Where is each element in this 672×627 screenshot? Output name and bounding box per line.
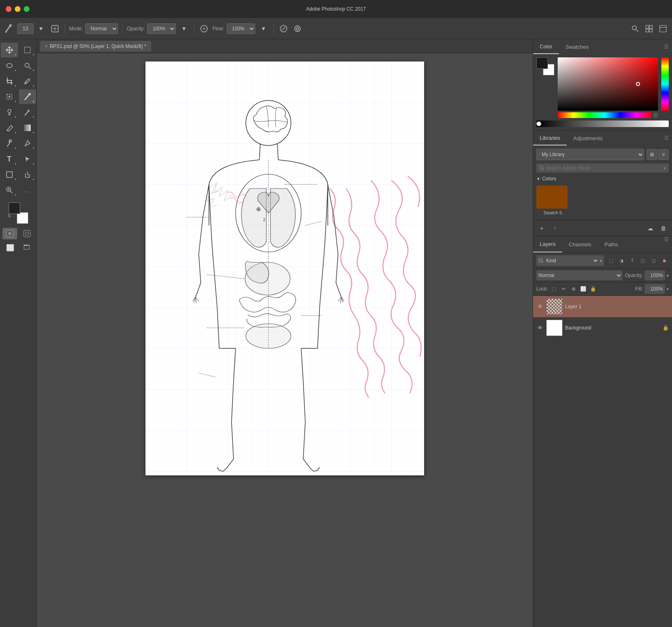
upload-library-button[interactable]: ↑ [549,223,560,234]
layers-menu-icon[interactable]: ☰ [661,236,672,252]
grayscale-handle[interactable] [536,121,541,126]
filter-smartobj-icon[interactable]: ◻ [649,256,658,265]
blend-mode-select[interactable]: Normal Multiply Screen Overlay [536,270,622,280]
opacity-arrow-icon[interactable]: ▾ [667,273,669,278]
minimize-button[interactable] [15,6,20,12]
lasso-tool[interactable]: ▾ [1,58,18,73]
color-gradient-field[interactable] [558,57,658,111]
more-tools[interactable]: ... [19,183,36,198]
type-tool[interactable]: T ▾ [1,152,18,166]
dodge-tool[interactable]: ▾ [1,136,18,151]
fill-input[interactable]: 100% [645,284,665,294]
library-select[interactable]: My Library [536,149,644,160]
fg-color-preview[interactable] [536,57,548,69]
fullscreen-mode-button[interactable]: 🗔 [19,242,34,253]
background-visibility-icon[interactable]: 👁 [536,324,544,332]
eraser-tool[interactable]: ▾ [1,120,18,135]
library-search-input[interactable] [546,165,662,171]
filter-type-icon[interactable]: T [628,256,637,265]
tab-swatches[interactable]: Swatches [559,39,595,54]
tab-channels[interactable]: Channels [562,236,598,252]
spectrum-bar[interactable] [661,57,669,111]
color-panel-content [533,54,672,130]
swatch-item-5[interactable]: Swatch 5 [536,186,569,215]
pen-tool[interactable]: ▾ [19,136,36,151]
zoom-tool[interactable]: ▾ [1,183,18,198]
filter-adjustment-icon[interactable]: ◑ [617,256,626,265]
layer-item-background[interactable]: 👁 Background 🔒 [533,317,672,338]
creative-cloud-button[interactable]: ☁ [645,223,656,234]
hand-tool[interactable]: ▾ [19,167,36,182]
lock-paint-button[interactable]: ✏ [560,285,568,293]
edit-quick-mask-button[interactable] [20,228,34,239]
canvas-container[interactable]: ⊕ 2 [37,53,533,627]
tab-layers[interactable]: Layers [533,236,562,252]
patch-tool[interactable]: ▾ [1,89,18,104]
rectangle-tool[interactable]: ▾ [1,167,18,182]
quick-select-tool[interactable]: ▾ [19,58,36,73]
close-button[interactable] [6,6,11,12]
layers-list: 👁 Layer 1 👁 Background 🔒 [533,296,672,627]
flow-dropdown-icon[interactable]: ▾ [258,23,269,34]
colors-section-header[interactable]: ▼ Colors [536,176,669,182]
move-tool[interactable]: ▾ [1,43,18,57]
maximize-button[interactable] [24,6,30,12]
lock-transparency-button[interactable]: ⬚ [550,285,558,293]
opacity-input[interactable]: 100% [645,270,665,280]
search-icon[interactable] [629,23,641,34]
list-view-button[interactable]: ≡ [658,149,669,160]
lock-all-button[interactable]: 🔒 [589,285,597,293]
tab-adjustments[interactable]: Adjustments [567,131,609,145]
opacity-select[interactable]: 100% 75% 50% 25% [147,23,176,34]
clone-tool[interactable]: ▾ [1,105,18,120]
brush-dropdown-arrow[interactable]: ▾ [35,23,47,34]
tab-paths[interactable]: Paths [598,236,624,252]
svg-point-6 [296,27,299,30]
marquee-tool[interactable]: ▾ [19,43,36,57]
layer1-visibility-icon[interactable]: 👁 [536,303,544,310]
eraser-angle-icon[interactable] [278,23,289,34]
history-brush-tool[interactable]: ▾ [19,105,36,120]
fill-arrow-icon[interactable]: ▾ [667,287,669,291]
airbrush-icon[interactable] [198,23,210,34]
background-color-swatch[interactable] [17,212,28,224]
libraries-menu-icon[interactable]: ☰ [661,135,672,141]
flow-select[interactable]: 100% 75% 50% [227,23,255,34]
color-picker-handle[interactable] [636,82,640,86]
filter-toggle-icon[interactable]: ⏺ [660,256,669,265]
grayscale-bar[interactable] [536,120,669,127]
swap-colors-icon[interactable]: ⇅ [8,214,11,218]
crop-tool[interactable]: ▾ [1,74,18,89]
target-icon[interactable] [292,23,303,34]
lock-move-button[interactable]: ⊕ [570,285,578,293]
quick-mask-button[interactable] [2,228,17,239]
filter-kind-select[interactable]: Kind [545,257,599,264]
gradient-tool[interactable]: ▾ [19,120,36,135]
eyedropper-tool[interactable]: ▾ [19,74,36,89]
hue-bar[interactable] [558,112,652,118]
delete-library-item-button[interactable]: 🗑 [658,223,669,234]
brush-preset-icon[interactable] [49,23,61,34]
hue-handle[interactable] [653,112,658,118]
filter-pixel-icon[interactable]: ⬚ [606,256,615,265]
path-select-tool[interactable]: ▾ [19,152,36,166]
add-library-item-button[interactable]: + [536,223,547,234]
lock-artboard-button[interactable]: ⬜ [579,285,588,293]
brush-tool[interactable]: ▾ [19,89,36,104]
opacity-dropdown-icon[interactable]: ▾ [178,23,190,34]
grid-view-button[interactable]: ⊞ [647,149,657,160]
tab-color[interactable]: Color [533,39,559,54]
search-dropdown-arrow[interactable]: ▾ [664,166,666,170]
panel-menu-icon[interactable]: ☰ [661,44,672,50]
filter-shape-icon[interactable]: ⬡ [638,256,647,265]
tab-close-icon[interactable]: × [45,44,48,48]
workspace-icon[interactable] [657,23,669,34]
mode-select[interactable]: Normal Multiply Screen Overlay [85,23,118,34]
layer-item-layer1[interactable]: 👁 Layer 1 [533,296,672,317]
screen-mode-button[interactable]: ⬜ [3,242,18,253]
document-tab[interactable]: × BPS1.psd @ 50% (Layer 1, Quick Mask/8)… [40,41,151,52]
tab-libraries[interactable]: Libraries [533,131,567,145]
arrange-windows-icon[interactable] [643,23,655,34]
brush-size-input[interactable]: 13 [17,23,34,34]
foreground-color-swatch[interactable] [9,202,20,214]
